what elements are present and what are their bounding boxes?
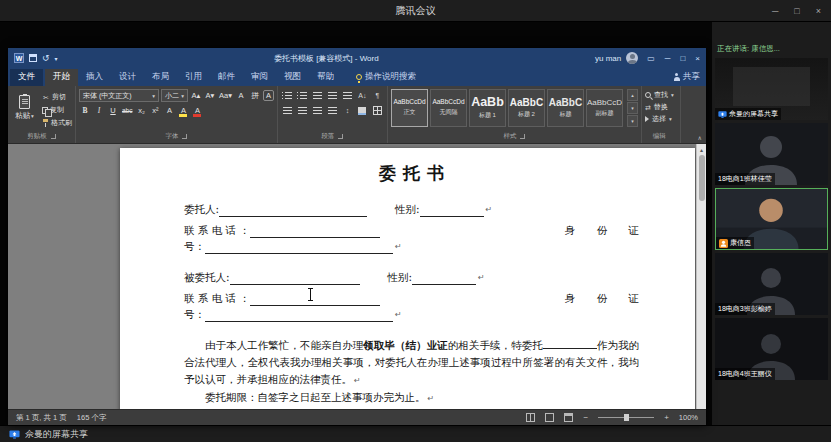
zoom-slider[interactable] [598,417,654,418]
grow-font-button[interactable]: A▴ [190,89,202,102]
style-title[interactable]: AaBbC 标题 [547,89,584,127]
page-indicator[interactable]: 第 1 页, 共 1 页 [16,413,67,423]
participant-tile[interactable]: 18电商3班彭榆婷 [715,253,828,315]
tab-file[interactable]: 文件 [10,69,43,86]
save-icon[interactable] [29,54,37,62]
gallery-scroll-up-icon[interactable]: ▴ [627,89,638,101]
signed-in-user[interactable]: yu man [595,54,621,63]
participant-tile-screen-share[interactable]: 佘曼的屏幕共享 [715,58,828,120]
participant-tile-active-speaker[interactable]: 康信恩 [715,188,828,250]
dialog-launcher-icon[interactable] [182,134,187,139]
undo-icon[interactable]: ↺ [42,54,50,63]
read-mode-button[interactable] [526,413,535,422]
word-minimize-button[interactable]: ─ [665,54,671,63]
copy-button[interactable]: 复制 [42,105,72,115]
tell-me-search[interactable]: 操作说明搜索 [356,71,416,86]
text-effects-button[interactable]: A [163,104,175,117]
format-painter-button[interactable]: 格式刷 [42,118,72,128]
align-left-button[interactable] [281,104,294,117]
lightbulb-icon [356,74,362,80]
shading-button[interactable] [356,104,369,117]
decrease-indent-button[interactable] [326,89,339,102]
font-name-select[interactable]: 宋体 (中文正文) ▾ [79,89,159,102]
maximize-button[interactable]: □ [794,6,799,16]
dialog-launcher-icon[interactable] [520,134,525,139]
document-page[interactable]: 委托书 委托人: 性别: ↵ 联 系 电 话 ： [120,148,695,409]
cut-button[interactable]: ✂ 剪切 [42,92,72,102]
share-button[interactable]: 共享 [673,71,700,86]
tab-home[interactable]: 开始 [45,69,78,86]
word-close-button[interactable]: × [695,54,700,63]
numbered-list-button[interactable] [296,89,309,102]
dialog-launcher-icon[interactable] [51,134,56,139]
align-center-button[interactable] [296,104,309,117]
style-normal[interactable]: AaBbCcDd 正文 [391,89,428,127]
show-formatting-marks-button[interactable]: ¶ [371,89,384,102]
close-button[interactable]: × [816,6,821,16]
character-border-button[interactable]: A [263,90,274,101]
word-count[interactable]: 165 个字 [77,413,107,423]
quick-access-customize-icon[interactable]: ▾ [55,55,58,62]
subscript-button[interactable]: x₂ [135,104,147,117]
vertical-scrollbar[interactable]: ▴ [696,144,706,409]
decrease-indent-icon [328,92,337,99]
tab-references[interactable]: 引用 [177,69,210,86]
word-maximize-button[interactable]: □ [680,54,685,63]
style-heading-2[interactable]: AaBbC 标题 2 [508,89,545,127]
tab-mailings[interactable]: 邮件 [210,69,243,86]
superscript-button[interactable]: x² [149,104,161,117]
zoom-slider-thumb[interactable] [624,414,629,421]
replace-button[interactable]: ⇄ 替换 [645,101,674,113]
style-subtitle[interactable]: AaBbCcD 副标题 [586,89,623,127]
change-case-button[interactable]: Aa▾ [218,89,233,102]
clipboard-group: 粘贴 ▾ ✂ 剪切 复 [8,86,76,143]
tab-help[interactable]: 帮助 [309,69,342,86]
print-layout-button[interactable] [545,413,554,422]
participant-tile[interactable]: 18电商1班林佳莹 [715,123,828,185]
zoom-in-button[interactable]: + [664,413,669,422]
find-button[interactable]: 查找 ▾ [645,89,674,101]
scroll-up-icon[interactable]: ▴ [700,144,703,155]
borders-button[interactable] [371,104,384,117]
participant-tile[interactable]: 18电商4班王丽仪 [715,318,828,380]
tab-design[interactable]: 设计 [111,69,144,86]
line-spacing-button[interactable]: ↕ [341,104,354,117]
word-window-controls: ▭ ─ □ × [647,54,700,63]
clear-formatting-button[interactable]: A [235,89,247,102]
tab-insert[interactable]: 插入 [78,69,111,86]
web-layout-button[interactable] [564,413,573,422]
strikethrough-button[interactable]: abc [121,104,133,117]
user-avatar[interactable] [626,52,638,64]
underline-button[interactable]: U [107,104,119,117]
shrink-font-button[interactable]: A▾ [204,89,216,102]
highlight-color-button[interactable]: A [177,104,189,117]
collapse-ribbon-icon[interactable]: ∧ [698,134,702,141]
align-right-button[interactable] [311,104,324,117]
gallery-more-icon[interactable]: ▾ [627,115,638,127]
justify-button[interactable] [326,104,339,117]
dialog-launcher-icon[interactable] [338,134,343,139]
tab-view[interactable]: 视图 [276,69,309,86]
tab-layout[interactable]: 布局 [144,69,177,86]
paste-button[interactable]: 粘贴 ▾ [11,89,38,127]
increase-indent-button[interactable] [341,89,354,102]
borders-icon [373,106,382,115]
style-no-spacing[interactable]: AaBbCcDd 无间隔 [430,89,467,127]
multilevel-list-button[interactable] [311,89,324,102]
font-size-select[interactable]: 小二 ▾ [161,89,188,102]
zoom-out-button[interactable]: − [583,413,588,422]
italic-button[interactable]: I [93,104,105,117]
phonetic-guide-button[interactable]: 拼 [249,89,261,102]
style-heading-1[interactable]: AaBb 标题 1 [469,89,506,127]
scrollbar-thumb[interactable] [699,155,705,201]
bullet-list-button[interactable] [281,89,294,102]
gallery-scroll-down-icon[interactable]: ▾ [627,102,638,114]
minimize-button[interactable]: ─ [772,6,778,16]
ribbon-display-options-icon[interactable]: ▭ [647,54,655,63]
tab-review[interactable]: 审阅 [243,69,276,86]
bold-button[interactable]: B [79,104,91,117]
font-color-button[interactable]: A [191,104,203,117]
sort-button[interactable]: A↓ [356,89,369,102]
zoom-level[interactable]: 100% [679,413,698,422]
select-button[interactable]: 选择 ▾ [645,113,674,125]
